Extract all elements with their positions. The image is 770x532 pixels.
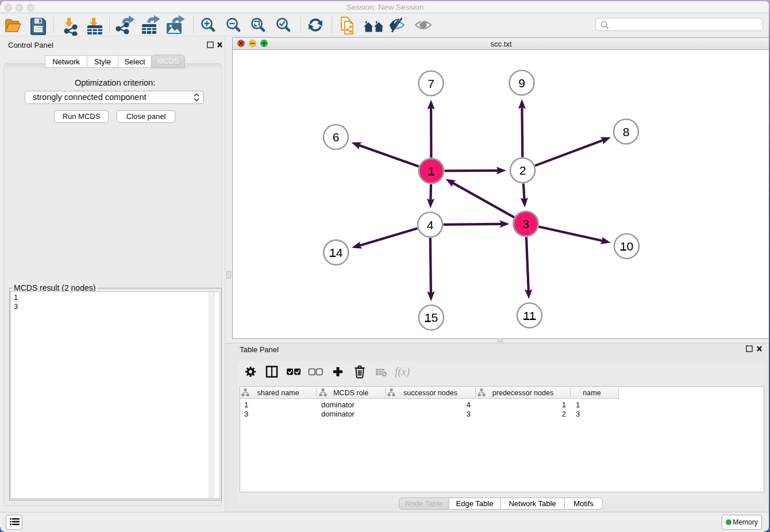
svg-text:4: 4 (427, 218, 434, 232)
svg-text:15: 15 (425, 311, 438, 324)
svg-text:2: 2 (519, 164, 526, 177)
svg-text:7: 7 (428, 77, 434, 90)
svg-text:11: 11 (523, 309, 536, 322)
svg-text:f(x): f(x) (395, 365, 410, 378)
svg-text:10: 10 (620, 240, 633, 253)
svg-text:9: 9 (518, 76, 525, 90)
svg-text:8: 8 (623, 125, 630, 138)
svg-text:3: 3 (522, 217, 529, 230)
svg-text:14: 14 (329, 246, 343, 259)
svg-text:1: 1 (428, 164, 435, 178)
svg-text:6: 6 (333, 130, 340, 144)
